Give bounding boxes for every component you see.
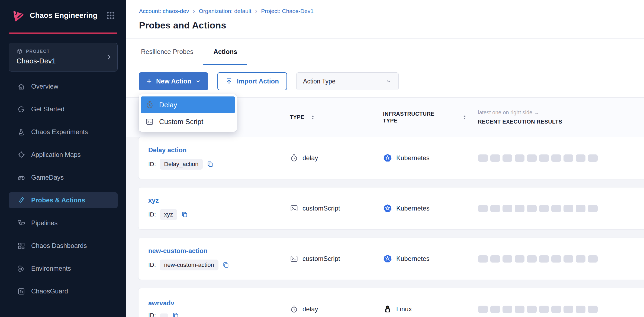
infrastructure-value: Linux [396,305,412,313]
execution-result-placeholder [564,306,573,313]
name-cell: new-custom-action ID: new-custom-action [148,247,290,270]
infrastructure-cell: Linux [383,305,478,313]
execution-result-placeholder [527,306,537,313]
sidebar-item-label: Overview [31,83,58,90]
actions-list: Delay action ID: Delay_action delay Kube… [126,137,644,317]
action-id: new-custom-action [160,260,218,270]
execution-result-placeholder [576,306,585,313]
breadcrumb-organization[interactable]: Organization: default [199,8,251,15]
chevron-down-icon [385,78,392,85]
sort-icon[interactable] [310,114,316,120]
table-header-type: TYPE [290,114,383,120]
sidebar-item-label: GameDays [31,174,64,181]
copy-icon[interactable] [222,261,229,269]
sidebar-item-application-maps[interactable]: Application Maps [9,147,118,163]
new-action-label: New Action [156,77,191,85]
type-cell: delay [290,305,383,313]
action-name-link[interactable]: xyz [148,197,290,204]
terminal-icon [146,118,154,126]
sidebar-item-label: Pipelines [31,219,57,227]
action-name-link[interactable]: awrvadv [148,299,290,307]
execution-result-placeholder [576,255,585,263]
name-cell: awrvadv ID: [148,299,290,317]
type-cell: customScript [290,255,383,263]
execution-result-placeholder [564,205,573,212]
plus-icon [146,78,152,85]
flask-icon [17,128,25,136]
stopwatch-icon [290,154,298,162]
tab-actions[interactable]: Actions [203,39,247,65]
breadcrumb-project[interactable]: Project: Chaos-Dev1 [261,8,314,15]
name-cell: Delay action ID: Delay_action [148,146,290,170]
execution-result-placeholder [503,154,512,162]
gamepad-icon [17,174,25,182]
sidebar-item-overview[interactable]: Overview [9,79,118,94]
type-value: delay [302,154,318,162]
cube-icon [17,48,23,54]
sidebar-item-label: Chaos Dashboards [31,242,87,250]
sidebar-item-gamedays[interactable]: GameDays [9,170,118,185]
table-header-recent-execution-results: latest one on right side → RECENT EXECUT… [478,109,644,125]
recent-execution-results [478,154,644,162]
project-selector[interactable]: PROJECT Chaos-Dev1 [9,43,118,72]
execution-result-placeholder [527,154,537,162]
tab-resilience-probes[interactable]: Resilience Probes [131,39,203,65]
pipeline-icon [17,219,25,227]
copy-icon[interactable] [181,211,188,218]
apps-grid-icon[interactable] [106,11,115,20]
execution-result-placeholder [551,255,561,263]
sidebar-item-chaos-experiments[interactable]: Chaos Experiments [9,124,118,140]
recent-execution-results [478,205,644,212]
sidebar-item-chaos-dashboards[interactable]: Chaos Dashboards [9,238,118,254]
sort-icon[interactable] [462,114,468,120]
execution-result-placeholder [515,154,524,162]
action-name-link[interactable]: Delay action [148,146,290,154]
new-action-button[interactable]: New Action [139,72,208,90]
execution-result-placeholder [564,154,573,162]
execution-result-placeholder [551,205,561,212]
infrastructure-cell: Kubernetes [383,254,478,263]
action-type-filter-value: Action Type [303,78,336,85]
dashboard-icon [17,242,25,250]
import-action-button[interactable]: Import Action [217,72,287,90]
tab-bar: Resilience Probes Actions [126,39,644,65]
brand-accent-divider [9,33,117,34]
chevron-right-icon [105,54,112,61]
table-row: new-custom-action ID: new-custom-action … [138,238,644,280]
table-row: awrvadv ID: delay Linux [138,288,644,317]
action-id [160,313,168,317]
recent-execution-results [478,306,644,313]
execution-result-placeholder [490,306,500,313]
brand-title: Chaos Engineering [30,11,106,20]
execution-result-placeholder [478,154,488,162]
table-row: Delay action ID: Delay_action delay Kube… [138,137,644,179]
menu-item-delay[interactable]: Delay [141,96,235,113]
execution-result-placeholder [515,205,524,212]
action-type-filter[interactable]: Action Type [296,72,399,90]
chaos-engineering-logo-icon[interactable] [10,8,25,23]
infrastructure-cell: Kubernetes [383,154,478,162]
terminal-icon [290,204,298,212]
table-row: xyz ID: xyz customScript Kubernetes [138,187,644,229]
menu-item-label: Custom Script [159,118,203,126]
sidebar-item-probes-and-actions[interactable]: Probes & Actions [9,192,118,208]
copy-icon[interactable] [172,312,179,317]
id-label: ID: [148,161,156,168]
execution-result-placeholder [539,306,549,313]
copy-icon[interactable] [207,161,214,168]
sidebar-item-environments[interactable]: Environments [9,261,118,276]
kubernetes-icon [383,204,392,213]
menu-item-custom-script[interactable]: Custom Script [141,113,235,130]
sidebar-item-pipelines[interactable]: Pipelines [9,215,118,231]
breadcrumb: Account: chaos-dev › Organization: defau… [139,8,644,15]
sidebar-item-chaosguard[interactable]: ChaosGuard [9,283,118,299]
action-name-link[interactable]: new-custom-action [148,247,290,255]
execution-result-placeholder [588,306,598,313]
action-id: xyz [160,209,177,220]
sidebar-item-get-started[interactable]: Get Started [9,101,118,117]
breadcrumb-account[interactable]: Account: chaos-dev [139,8,189,15]
execution-result-placeholder [515,306,524,313]
get-started-icon [17,105,25,113]
execution-result-placeholder [588,154,598,162]
project-label: PROJECT [26,49,50,54]
